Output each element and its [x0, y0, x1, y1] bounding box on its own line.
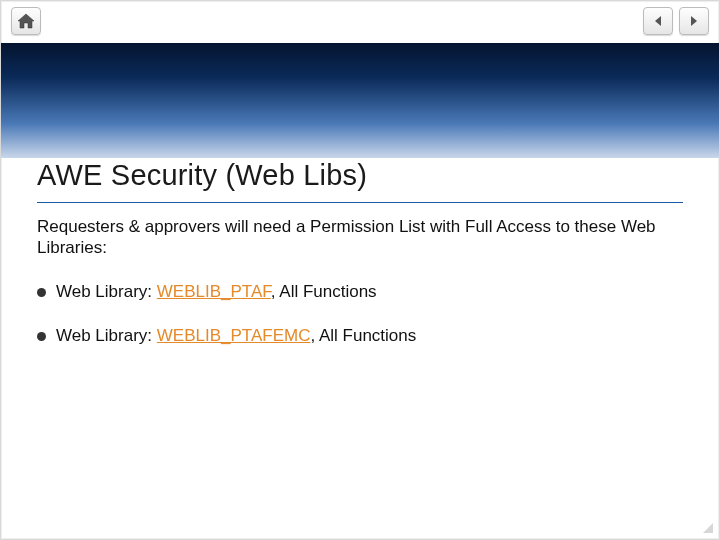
bullet-suffix: , All Functions [271, 282, 377, 301]
slide-frame: AWE Security (Web Libs) Requesters & app… [0, 0, 720, 540]
bullet-text: Web Library: WEBLIB_PTAFEMC, All Functio… [56, 325, 416, 347]
bullet-icon [37, 288, 46, 297]
nav-back-button[interactable] [643, 7, 673, 35]
body-content: Requesters & approvers will need a Permi… [37, 216, 683, 369]
home-icon [17, 13, 35, 29]
nav-forward-button[interactable] [679, 7, 709, 35]
list-item: Web Library: WEBLIB_PTAFEMC, All Functio… [37, 325, 683, 347]
title-block: AWE Security (Web Libs) [37, 159, 683, 203]
lib-name-link[interactable]: WEBLIB_PTAFEMC [157, 326, 311, 345]
bullet-text: Web Library: WEBLIB_PTAF, All Functions [56, 281, 377, 303]
intro-text: Requesters & approvers will need a Permi… [37, 216, 683, 259]
list-item: Web Library: WEBLIB_PTAF, All Functions [37, 281, 683, 303]
bullet-suffix: , All Functions [310, 326, 416, 345]
toolbar-right [643, 7, 709, 35]
page-corner-icon [703, 523, 713, 533]
bullet-prefix: Web Library: [56, 326, 157, 345]
lib-name-link[interactable]: WEBLIB_PTAF [157, 282, 271, 301]
home-button[interactable] [11, 7, 41, 35]
toolbar [1, 1, 719, 41]
bullet-list: Web Library: WEBLIB_PTAF, All Functions … [37, 281, 683, 347]
page-title: AWE Security (Web Libs) [37, 159, 683, 198]
triangle-right-icon [688, 15, 700, 27]
bullet-icon [37, 332, 46, 341]
toolbar-left [11, 7, 41, 35]
header-banner [1, 43, 719, 158]
bullet-prefix: Web Library: [56, 282, 157, 301]
triangle-left-icon [652, 15, 664, 27]
title-underline [37, 202, 683, 203]
